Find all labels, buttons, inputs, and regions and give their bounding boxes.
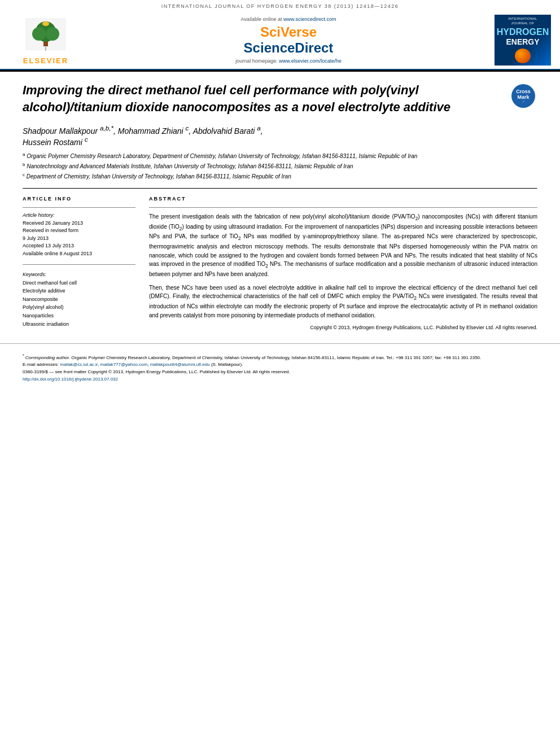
svg-point-3 (32, 27, 46, 41)
abstract-header: Abstract (149, 196, 537, 202)
affiliation-b: b Nanotechnology and Advanced Materials … (23, 161, 537, 171)
copyright-text: Copyright © 2013, Hydrogen Energy Public… (149, 324, 537, 332)
article-section: Improving the direct methanol fuel cell … (0, 70, 560, 115)
keyword-6: Ultrasonic irradiation (23, 321, 135, 328)
history-item-4: Accepted 13 July 2013 (23, 242, 135, 250)
affiliations: a Organic Polymer Chemistry Research Lab… (23, 151, 537, 181)
available-online-label: Available online at (241, 16, 282, 22)
svg-text:Mark: Mark (517, 94, 530, 100)
right-col: Abstract The present investigation deals… (149, 196, 537, 332)
journal-cover-word: HYDROGEN (497, 27, 549, 37)
email-link-1[interactable]: mallak@cc.iut.ac.ir (60, 362, 98, 367)
crossmark: Cross Mark ✓ (509, 82, 537, 110)
aff-sup-b: b (23, 162, 25, 167)
available-online: Available online at www.sciencedirect.co… (82, 16, 495, 22)
footer-corresponding: * Corresponding author. Organic Polymer … (23, 353, 537, 361)
keyword-5: Nanoparticles (23, 312, 135, 320)
footer-email: E-mail addresses: mallak@cc.iut.ac.ir, m… (23, 361, 537, 369)
journal-homepage-label: journal homepage: (235, 58, 278, 64)
history-item-2: Received in revised form (23, 227, 135, 234)
journal-header: International Journal of Hydrogen Energy… (0, 0, 560, 70)
svg-point-4 (46, 27, 59, 41)
sciverse-logo: SciVerseScienceDirect (82, 24, 495, 56)
elsevier-logo: ELSEVIER (9, 16, 82, 65)
header-center: Available online at www.sciencedirect.co… (82, 16, 495, 64)
svg-text:Cross: Cross (516, 89, 531, 94)
history-label: Article history: (23, 212, 135, 218)
authors-section: Shadpour Mallakpour a,b,*, Mohammad Zhia… (0, 124, 560, 181)
affiliation-a: a Organic Polymer Chemistry Research Lab… (23, 151, 537, 160)
history-item-5: Available online 8 August 2013 (23, 250, 135, 257)
keyword-1: Direct methanol fuel cell (23, 279, 135, 287)
article-title-row: Improving the direct methanol fuel cell … (23, 82, 537, 115)
svg-point-6 (42, 21, 49, 26)
author-sup-a: a,b,* (100, 124, 113, 132)
article-info-header: Article Info (23, 196, 135, 202)
journal-homepage: journal homepage: www.elsevier.com/locat… (82, 58, 495, 64)
journal-cover: International Journal of HYDROGEN ENERGY (495, 15, 551, 65)
corresponding-label: Corresponding author. (25, 355, 70, 360)
article-history: Article history: Received 26 January 201… (23, 212, 135, 257)
affiliation-c-text: Department of Chemistry, Isfahan Univers… (27, 174, 291, 180)
crossmark-icon: Cross Mark ✓ (511, 84, 535, 108)
history-item-1: Received 26 January 2013 (23, 220, 135, 227)
email-link-3[interactable]: mallakpour84@alumni.ufl.edu (150, 362, 210, 367)
footer-doi: http://dx.doi.org/10.1016/j.ijhydene.201… (23, 376, 537, 383)
author-sup-a2: a (257, 124, 260, 132)
header-content: ELSEVIER Available online at www.science… (0, 12, 560, 69)
sciverse-text: SciVerse (260, 24, 317, 40)
keyword-3: Nanocomposite (23, 296, 135, 303)
footer-issn: 0360-3199/$ — see front matter Copyright… (23, 369, 537, 376)
journal-cover-title: International Journal of (508, 17, 537, 26)
affiliation-c: c Department of Chemistry, Isfahan Unive… (23, 172, 537, 181)
elsevier-brand-text: ELSEVIER (23, 56, 68, 65)
authors-line: Shadpour Mallakpour a,b,*, Mohammad Zhia… (23, 124, 537, 146)
svg-text:✓: ✓ (522, 100, 525, 103)
doi-link[interactable]: http://dx.doi.org/10.1016/j.ijhydene.201… (23, 377, 118, 382)
journal-homepage-link[interactable]: www.elsevier.com/locate/he (279, 58, 342, 64)
two-col-section: Article Info Article history: Received 2… (0, 196, 560, 332)
journal-cover-word2: ENERGY (506, 37, 539, 46)
author-sup-c1: c (186, 124, 189, 132)
keyword-2: Electrolyte additive (23, 287, 135, 295)
affiliation-b-text: Nanotechnology and Advanced Materials In… (27, 163, 353, 169)
affiliation-a-text: Organic Polymer Chemistry Research Labor… (27, 153, 417, 159)
authors-text: Shadpour Mallakpour a,b,*, Mohammad Zhia… (23, 126, 263, 147)
journal-top-bar: International Journal of Hydrogen Energy… (0, 3, 560, 9)
left-col: Article Info Article history: Received 2… (23, 196, 135, 332)
keywords-section: Keywords: Direct methanol fuel cell Elec… (23, 272, 135, 328)
article-title: Improving the direct methanol fuel cell … (23, 82, 474, 115)
elsevier-tree-icon (23, 16, 68, 55)
journal-top-bar-text: International Journal of Hydrogen Energy… (161, 3, 399, 9)
aff-sup-a: a (23, 152, 25, 157)
aff-sup-c: c (23, 172, 25, 177)
email-link-2[interactable]: mallak777@yahoo.com (100, 362, 148, 367)
author-sup-c2: c (85, 136, 88, 143)
abstract-paragraph1: The present investigation deals with the… (149, 212, 537, 279)
abstract-paragraph2: Then, these NCs have been used as a nove… (149, 283, 537, 320)
history-item-3: 9 July 2013 (23, 235, 135, 242)
keyword-4: Poly(vinyl alcohol) (23, 304, 135, 311)
keywords-label: Keywords: (23, 272, 135, 277)
available-online-link[interactable]: www.sciencedirect.com (283, 16, 336, 22)
sciencedirect-text: ScienceDirect (244, 40, 334, 56)
journal-cover-sphere-icon (515, 49, 531, 63)
footer-section: * Corresponding author. Organic Polymer … (0, 343, 560, 389)
corresponding-sup: * (23, 353, 24, 357)
